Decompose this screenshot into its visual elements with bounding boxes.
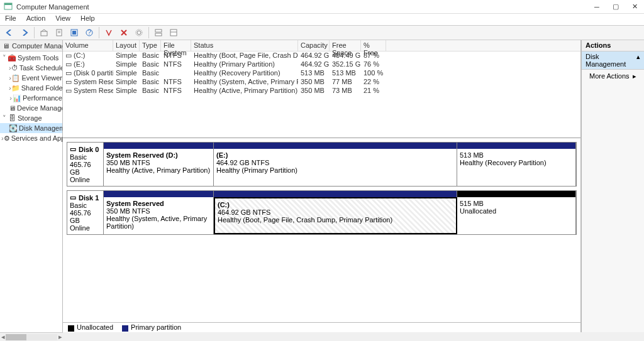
tree-node-icon: 📊 <box>13 94 21 102</box>
menu-bar: File Action View Help <box>0 14 644 25</box>
menu-action[interactable]: Action <box>25 14 47 25</box>
tree-item-storage[interactable]: ˅🗄Storage <box>0 113 62 123</box>
delete-button[interactable] <box>117 26 131 39</box>
cell: ▭ System Reserved <box>63 78 113 87</box>
column-status[interactable]: Status <box>191 40 298 51</box>
column-file-system[interactable]: File System <box>161 40 191 51</box>
disk-info[interactable]: ▭ Disk 0Basic465.76 GBOnline <box>67 143 104 186</box>
back-button[interactable] <box>3 26 16 39</box>
cell: Healthy (Primary Partition) <box>191 60 298 69</box>
partition[interactable]: System Reserved (D:)350 MB NTFSHealthy (… <box>104 149 214 186</box>
action-1-button[interactable] <box>102 26 116 39</box>
cell: ▭ System Reserved (D:) <box>63 87 113 95</box>
navigation-tree: ˅🧰System Tools›⏱Task Scheduler›📋Event Vi… <box>0 51 62 144</box>
tree-node-icon: 🗄 <box>8 114 16 122</box>
menu-help[interactable]: Help <box>79 14 96 25</box>
tree-item-system-tools[interactable]: ˅🧰System Tools <box>0 53 62 63</box>
tree-node-label: Device Manager <box>17 104 63 112</box>
view-detail-button[interactable] <box>167 26 180 39</box>
disk-graphical-view: ▭ Disk 0Basic465.76 GBOnlineSystem Reser… <box>63 138 580 322</box>
scroll-left-icon[interactable]: ◂ <box>0 333 6 342</box>
volume-row[interactable]: ▭ System ReservedSimpleBasicNTFSHealthy … <box>63 78 580 87</box>
main-area: 🖥Computer Management (Lo ˅🧰System Tools›… <box>0 40 644 332</box>
tree-node-icon: 📁 <box>11 84 20 92</box>
tree-node-label: System Tools <box>18 54 58 62</box>
cell: ▭ (E:) <box>63 60 113 69</box>
column-volume[interactable]: Volume <box>63 40 113 51</box>
refresh-button[interactable] <box>67 26 81 39</box>
column-layout[interactable]: Layout <box>113 40 140 51</box>
actions-header: Actions <box>582 40 644 51</box>
separator <box>34 27 35 38</box>
partition[interactable]: (C:)464.92 GB NTFSHealthy (Boot, Page Fi… <box>214 197 457 234</box>
svg-text:?: ? <box>87 29 91 36</box>
view-list-button[interactable] <box>152 26 165 39</box>
minimize-button[interactable]: ─ <box>587 0 606 14</box>
volume-row[interactable]: ▭ (Disk 0 partition 3)SimpleBasicHealthy… <box>63 69 580 78</box>
cell: Basic <box>140 69 161 78</box>
disk-row: ▭ Disk 0Basic465.76 GBOnlineSystem Reser… <box>67 142 577 187</box>
volume-list-body: ▭ (C:)SimpleBasicNTFSHealthy (Boot, Page… <box>63 51 580 95</box>
up-button[interactable] <box>37 26 51 39</box>
tree-node-label: Storage <box>18 114 42 122</box>
tree-item-event-viewer[interactable]: ›📋Event Viewer <box>0 73 62 83</box>
partition[interactable]: System Reserved350 MB NTFSHealthy (Syste… <box>104 197 214 234</box>
svg-rect-7 <box>72 31 76 35</box>
scroll-right-icon[interactable]: ▸ <box>57 333 63 342</box>
column-capacity[interactable]: Capacity <box>298 40 330 51</box>
tree-item-services-and-application[interactable]: ›⚙Services and Application <box>0 133 62 143</box>
volume-row[interactable]: ▭ (E:)SimpleBasicNTFSHealthy (Primary Pa… <box>63 60 580 69</box>
volume-row[interactable]: ▭ (C:)SimpleBasicNTFSHealthy (Boot, Page… <box>63 51 580 60</box>
cell: 464.92 GB <box>298 60 330 69</box>
cell: Basic <box>140 60 161 69</box>
settings-button[interactable] <box>132 26 146 39</box>
legend-swatch <box>68 325 74 332</box>
svg-point-10 <box>137 31 141 35</box>
cell: 513 MB <box>298 69 330 78</box>
tree-item-task-scheduler[interactable]: ›⏱Task Scheduler <box>0 63 62 73</box>
menu-file[interactable]: File <box>4 14 18 25</box>
cell: 22 % <box>361 78 386 87</box>
cell: 464.92 GB <box>298 51 330 60</box>
cell: 350 MB <box>298 87 330 95</box>
center-panel: VolumeLayoutTypeFile SystemStatusCapacit… <box>63 40 581 332</box>
legend-swatch <box>122 325 128 332</box>
column-type[interactable]: Type <box>140 40 161 51</box>
help-button[interactable]: ? <box>82 26 96 39</box>
toolbar: ? <box>0 25 644 40</box>
expand-icon[interactable]: ˅ <box>1 114 8 122</box>
cell: 73 MB <box>330 87 361 95</box>
tree-scrollbar-horizontal[interactable]: ◂ ▸ <box>0 332 63 341</box>
menu-view[interactable]: View <box>54 14 72 25</box>
properties-button[interactable] <box>52 26 66 39</box>
legend-item: Primary partition <box>122 323 181 331</box>
tree-item-performance[interactable]: ›📊Performance <box>0 93 62 103</box>
svg-rect-14 <box>170 30 177 36</box>
cell: NTFS <box>161 78 191 87</box>
actions-section[interactable]: Disk Management▴ <box>582 51 644 70</box>
tree-item-disk-management[interactable]: 💽Disk Management <box>0 123 62 133</box>
maximize-button[interactable]: ▢ <box>606 0 625 14</box>
tree-header[interactable]: 🖥Computer Management (Lo <box>0 40 62 51</box>
column-free-space[interactable]: Free Space <box>330 40 361 51</box>
partition[interactable]: 515 MBUnallocated <box>457 197 576 234</box>
column--free[interactable]: % Free <box>361 40 386 51</box>
disk-row: ▭ Disk 1Basic465.76 GBOnlineSystem Reser… <box>67 190 577 235</box>
forward-button[interactable] <box>18 26 31 39</box>
tree-node-icon: 📋 <box>11 74 20 82</box>
disk-info[interactable]: ▭ Disk 1Basic465.76 GBOnline <box>67 191 104 234</box>
tree-item-device-manager[interactable]: 🖥Device Manager <box>0 103 62 113</box>
tree-node-label: Event Viewer <box>21 74 62 82</box>
partition[interactable]: 513 MBHealthy (Recovery Partition) <box>457 149 576 186</box>
partition[interactable]: (E:)464.92 GB NTFSHealthy (Primary Parti… <box>214 149 457 186</box>
close-button[interactable]: ✕ <box>625 0 644 14</box>
more-actions[interactable]: More Actions▸ <box>582 70 644 83</box>
tree-node-label: Disk Management <box>19 124 63 132</box>
volume-row[interactable]: ▭ System Reserved (D:)SimpleBasicNTFSHea… <box>63 87 580 95</box>
tree-item-shared-folders[interactable]: ›📁Shared Folders <box>0 83 62 93</box>
svg-rect-12 <box>155 30 162 32</box>
expand-icon[interactable]: ˅ <box>1 54 8 62</box>
cell: Simple <box>113 51 140 60</box>
scroll-thumb[interactable] <box>6 334 26 340</box>
cell: 404.49 GB <box>330 51 361 60</box>
